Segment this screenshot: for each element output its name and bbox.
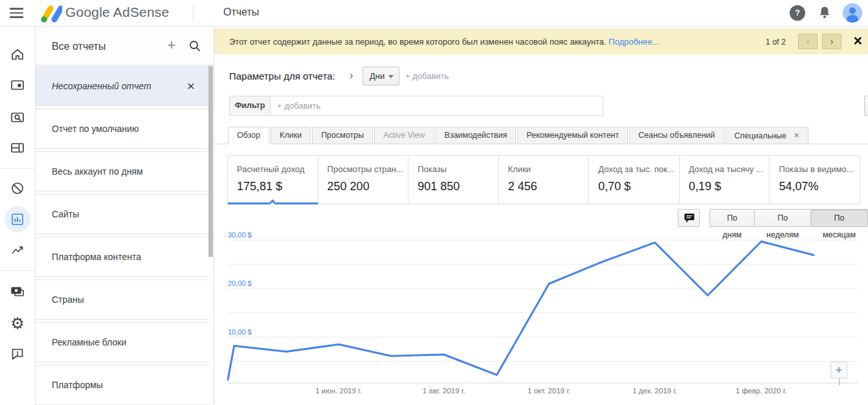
- add-parameter-button[interactable]: + добавить: [405, 71, 449, 81]
- x-axis-tick-label: 1 февр. 2020 г.: [736, 387, 787, 395]
- y-axis-tick-label: 20,00 $: [228, 279, 252, 287]
- reports-icon[interactable]: [5, 206, 30, 232]
- x-axis-tick-label: 1 окт. 2019 г.: [528, 387, 570, 395]
- reports-panel-title: Все отчеты: [52, 41, 106, 52]
- tab-ad-sessions[interactable]: Сеансы объявлений: [629, 127, 724, 144]
- optimization-icon[interactable]: [5, 237, 30, 263]
- report-parameters-row: Параметры для отчета: › Дни + добавить С…: [214, 65, 868, 88]
- filter-label: Фильтр: [229, 96, 271, 116]
- tab-overview[interactable]: Обзор: [228, 127, 269, 144]
- navigation-rail: ⚙: [0, 27, 36, 405]
- banner-pager-count: 1 of 2: [766, 38, 786, 47]
- tab-recommended-content[interactable]: Рекомендуемый контент: [517, 127, 628, 144]
- dimension-dropdown[interactable]: Дни: [362, 67, 399, 85]
- page-title: Отчеты: [223, 6, 259, 18]
- account-avatar[interactable]: [843, 3, 862, 23]
- ad-review-icon[interactable]: [5, 104, 30, 130]
- metric-card-impressions[interactable]: Показы 901 850: [408, 156, 499, 204]
- chart-gridlines: [228, 240, 858, 362]
- sidebar-item-ad-units[interactable]: Рекламные блоки: [36, 322, 209, 362]
- topbar-divider: [193, 5, 194, 21]
- settings-icon[interactable]: ⚙: [5, 311, 30, 336]
- y-axis-tick-label: 30,00 $: [228, 231, 252, 239]
- sidebar-scrollbar[interactable]: [208, 66, 213, 257]
- granularity-by-months[interactable]: По месяцам: [810, 209, 868, 227]
- timezone-notice-banner: Этот отчет содержит данные за период, во…: [214, 28, 868, 54]
- earnings-chart-area: 10,00 $20,00 $30,00 $1 июн. 2019 г.1 авг…: [214, 230, 868, 405]
- sidebar-item-account-by-days[interactable]: Весь аккаунт по дням: [36, 151, 209, 192]
- caret-down-icon: [388, 75, 394, 78]
- reports-sidebar-header: Все отчеты +: [36, 27, 214, 65]
- search-icon[interactable]: [188, 39, 201, 55]
- params-label: Параметры для отчета:: [229, 71, 335, 82]
- close-icon[interactable]: ×: [187, 78, 195, 94]
- ads-icon[interactable]: [5, 72, 30, 98]
- close-icon[interactable]: ×: [794, 130, 799, 140]
- banner-prev-button[interactable]: ‹: [798, 34, 818, 49]
- rail-divider: [0, 270, 36, 271]
- help-icon[interactable]: ?: [790, 5, 805, 21]
- chart-zoom-tick: [839, 378, 840, 386]
- sidebar-item-platforms[interactable]: Платформы: [36, 365, 209, 405]
- menu-icon[interactable]: [10, 8, 23, 18]
- tab-active-view[interactable]: Active View: [374, 127, 434, 144]
- banner-message: Этот отчет содержит данные за период, во…: [229, 37, 606, 47]
- currency-dropdown[interactable]: USD: [864, 96, 868, 116]
- notifications-bell-icon[interactable]: [816, 5, 833, 21]
- feedback-icon[interactable]: [5, 341, 30, 367]
- granularity-by-weeks[interactable]: По неделям: [754, 209, 811, 227]
- annotations-button[interactable]: [678, 209, 700, 227]
- close-icon[interactable]: ×: [854, 32, 862, 50]
- sites-icon[interactable]: [5, 135, 30, 160]
- filter-input[interactable]: [271, 96, 603, 116]
- brand-name: Google AdSense: [65, 5, 169, 20]
- tab-custom[interactable]: Специальные ×: [726, 127, 808, 144]
- metric-card-estimated-earnings[interactable]: Расчетный доход 175,81 $: [227, 156, 318, 204]
- selected-metric-notch: [269, 199, 277, 208]
- metric-card-viewability[interactable]: Показы в видимо... 54,07%: [770, 156, 860, 204]
- y-axis-tick-label: 10,00 $: [228, 328, 252, 336]
- filter-row: Фильтр USD 29 марта 2019 г. – 29 марта 2…: [214, 96, 868, 116]
- granularity-toggle-group: По дням По неделям По месяцам: [710, 209, 868, 227]
- metric-card-rpm-impressions[interactable]: Доход на тысячу ... 0,19 $: [680, 156, 770, 204]
- earnings-line-chart[interactable]: 10,00 $20,00 $30,00 $1 июн. 2019 г.1 авг…: [214, 230, 868, 405]
- sidebar-item-default-report[interactable]: Отчет по умолчанию: [36, 109, 209, 149]
- metric-summary-strip: Расчетный доход 175,81 $ Просмотры стран…: [227, 155, 860, 204]
- tab-interactions[interactable]: Взаимодействия: [436, 127, 517, 144]
- rail-divider: [0, 168, 36, 169]
- blocking-controls-icon[interactable]: [5, 175, 30, 201]
- banner-more-link[interactable]: Подробнее...: [608, 37, 659, 47]
- sidebar-item-sites[interactable]: Сайты: [36, 194, 209, 234]
- top-app-bar: Google AdSense Отчеты ?: [0, 0, 868, 27]
- adsense-logo-icon: [38, 3, 62, 25]
- earnings-series-line: [228, 241, 814, 380]
- metric-card-rpm-views[interactable]: Доход за тыс. пок... 0,70 $: [589, 156, 680, 204]
- report-tabs: Обзор Клики Просмотры Active View Взаимо…: [214, 127, 868, 144]
- home-icon[interactable]: [5, 41, 30, 67]
- chart-zoom-button[interactable]: +: [830, 362, 847, 378]
- metric-card-clicks[interactable]: Клики 2 456: [499, 156, 590, 204]
- add-report-button[interactable]: +: [162, 37, 181, 55]
- payments-icon[interactable]: [5, 279, 30, 305]
- reports-sidebar: Все отчеты + Несохраненный отчет × Отчет…: [36, 27, 214, 405]
- tab-views[interactable]: Просмотры: [312, 127, 373, 144]
- sidebar-item-content-platform[interactable]: Платформа контента: [36, 237, 209, 277]
- sidebar-item-unsaved-report[interactable]: Несохраненный отчет ×: [36, 66, 209, 106]
- x-axis-tick-label: 1 дек. 2019 г.: [632, 387, 677, 395]
- x-axis-tick-label: 1 авг. 2019 г.: [423, 387, 465, 395]
- banner-next-button[interactable]: ›: [822, 34, 841, 49]
- x-axis-tick-label: 1 июн. 2019 г.: [315, 387, 362, 395]
- chevron-right-icon: ›: [350, 69, 353, 82]
- granularity-by-days[interactable]: По дням: [709, 209, 755, 227]
- sidebar-item-countries[interactable]: Страны: [36, 279, 209, 320]
- tab-clicks[interactable]: Клики: [271, 127, 311, 144]
- metric-card-page-views[interactable]: Просмотры стран... 250 200: [318, 156, 409, 204]
- comment-icon: [683, 212, 696, 224]
